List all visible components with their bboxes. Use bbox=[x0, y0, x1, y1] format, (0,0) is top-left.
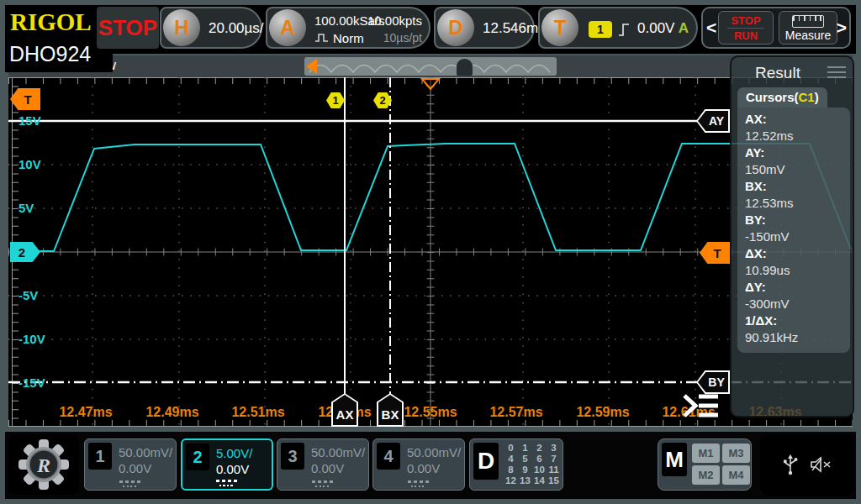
trigger-settings-button[interactable]: T 1 0.00V A bbox=[538, 7, 698, 49]
coupling-icon bbox=[119, 480, 141, 483]
digital-ch: 14 bbox=[534, 475, 545, 486]
prev-arrow-button[interactable]: < bbox=[706, 8, 716, 47]
cursors-tab[interactable]: Cursors(C1) bbox=[737, 87, 827, 108]
acquire-knob[interactable]: A bbox=[269, 9, 306, 46]
math3-button[interactable]: M3 bbox=[722, 444, 750, 463]
measure-button[interactable]: Measure bbox=[779, 11, 837, 45]
ruler-icon bbox=[792, 15, 824, 28]
acquisition-status: STOP bbox=[97, 7, 159, 49]
coupling-dots-icon bbox=[315, 486, 330, 487]
y-label: 15V bbox=[18, 113, 69, 128]
waveform-navigator[interactable] bbox=[304, 57, 557, 76]
run-label: RUN bbox=[719, 29, 773, 43]
trigger-sweep-mode: A bbox=[679, 20, 689, 37]
result-label: BX: bbox=[745, 178, 850, 195]
memory-depth: 10.00kpts bbox=[367, 13, 422, 28]
rigol-logo: RIGOL bbox=[10, 8, 92, 36]
result-label: ΔY: bbox=[745, 279, 850, 296]
result-label: BY: bbox=[745, 212, 850, 228]
acquire-mode: Norm bbox=[333, 31, 364, 45]
rising-edge-icon bbox=[617, 20, 631, 39]
digital-ch: 15 bbox=[548, 475, 559, 486]
navigator-sine-pattern bbox=[304, 57, 557, 76]
math2-button[interactable]: M2 bbox=[692, 465, 720, 485]
result-item: BY: -150mV bbox=[745, 212, 850, 245]
digital-ch: 3 bbox=[551, 443, 556, 454]
coupling-icon bbox=[312, 480, 334, 483]
coupling-dots-icon bbox=[123, 486, 138, 487]
cursors-tab-suffix: ) bbox=[815, 90, 819, 104]
delay-value: 12.546ms bbox=[483, 20, 546, 37]
channel4-offset: 0.00V bbox=[407, 461, 440, 475]
channel2-offset: 0.00V bbox=[216, 462, 249, 476]
result-panel: Result Cursors(C1) AX: 12.52ms AY: 150mV… bbox=[730, 55, 854, 417]
channel2-box[interactable]: 2 5.00V/ 0.00V bbox=[181, 438, 273, 491]
time-per-point: 10µs/pt bbox=[383, 31, 422, 45]
stop-run-button[interactable]: STOP RUN bbox=[718, 11, 774, 45]
channel1-box[interactable]: 1 50.00mV/ 0.00V bbox=[84, 438, 177, 491]
digital-ch: 5 bbox=[522, 454, 527, 465]
trigger-level: 0.00V bbox=[637, 20, 674, 37]
bottom-bar: R 1 50.00mV/ 0.00V 2 5.00V/ 0.00V 3 50.0… bbox=[5, 432, 856, 499]
cursor-results-card: AX: 12.52ms AY: 150mV BX: 12.53ms BY: -1… bbox=[737, 108, 850, 353]
svg-text:R: R bbox=[36, 454, 50, 476]
digital-ch: 1 bbox=[522, 443, 527, 454]
math-box[interactable]: M M1 M3 M2 M4 bbox=[658, 438, 752, 491]
coupling-dots-icon bbox=[411, 486, 426, 487]
digital-ch: 6 bbox=[536, 454, 541, 465]
measure-label: Measure bbox=[779, 29, 837, 42]
y-label: -15V bbox=[18, 375, 69, 390]
channel2-trace bbox=[18, 144, 851, 251]
coupling-dots-icon bbox=[219, 485, 235, 486]
expand-menu-icon[interactable] bbox=[681, 391, 720, 420]
horizontal-settings-button[interactable]: H 20.00µs/ bbox=[160, 7, 262, 49]
channel3-scale: 50.00mV/ bbox=[311, 445, 365, 459]
channel3-box[interactable]: 3 50.00mV/ 0.00V bbox=[277, 438, 369, 491]
gear-logo-icon: R bbox=[17, 438, 71, 491]
navigator-position-marker[interactable] bbox=[457, 59, 473, 76]
x-label: 12.51ms bbox=[224, 405, 292, 420]
channel3-number: 3 bbox=[281, 443, 304, 470]
speaker-muted-icon bbox=[810, 455, 832, 474]
y-label: 5V bbox=[18, 201, 69, 215]
channel3-offset: 0.00V bbox=[311, 461, 344, 475]
result-label: AX: bbox=[745, 111, 850, 128]
math4-button[interactable]: M4 bbox=[722, 465, 750, 485]
quick-menu-group: < STOP RUN Measure > bbox=[701, 7, 851, 49]
result-value: -300mV bbox=[745, 296, 850, 312]
waveform-display: 15V 10V 5V -5V -10V -15V 12.47ms 12.49ms… bbox=[8, 77, 853, 427]
y-label: -10V bbox=[18, 332, 69, 346]
status-box bbox=[760, 433, 854, 496]
math-label: M bbox=[662, 443, 687, 476]
channel1-scale: 50.00mV/ bbox=[119, 445, 172, 459]
result-value: 90.91kHz bbox=[745, 329, 850, 346]
result-item: BX: 12.53ms bbox=[745, 178, 850, 212]
result-label: AY: bbox=[745, 144, 850, 161]
digital-ch: 10 bbox=[534, 465, 545, 475]
horizontal-knob[interactable]: H bbox=[163, 9, 200, 46]
oscilloscope-screen: RIGOL DHO924 STOP H 20.00µs/ A 100.00kSa… bbox=[0, 0, 861, 504]
coupling-icon bbox=[216, 480, 238, 482]
delay-knob[interactable]: D bbox=[437, 9, 474, 46]
x-label: 12.59ms bbox=[569, 405, 637, 420]
digital-ch: 9 bbox=[522, 465, 527, 475]
result-value: 12.53ms bbox=[745, 195, 850, 212]
math1-button[interactable]: M1 bbox=[692, 444, 720, 463]
acquire-settings-button[interactable]: A 100.00kSa/s Norm 10.00kpts 10µs/pt bbox=[266, 7, 430, 49]
result-value: 150mV bbox=[745, 161, 850, 178]
channel4-box[interactable]: 4 50.00mV/ 0.00V bbox=[372, 438, 465, 491]
result-label: ΔX: bbox=[745, 245, 850, 262]
rigol-menu-button[interactable]: R bbox=[8, 434, 79, 495]
digital-ch: 12 bbox=[505, 475, 516, 486]
x-label: 12.49ms bbox=[139, 405, 206, 420]
trigger-position-icon[interactable] bbox=[422, 79, 439, 89]
channel2-scale: 5.00V/ bbox=[216, 446, 252, 460]
digital-channels-box[interactable]: D 0 1 2 3 4 5 6 7 8 9 10 11 12 13 14 15 bbox=[469, 438, 563, 491]
result-value: -150mV bbox=[745, 228, 850, 245]
trigger-knob[interactable]: T bbox=[541, 9, 578, 46]
digital-label: D bbox=[473, 443, 499, 480]
next-arrow-button[interactable]: > bbox=[837, 8, 847, 47]
delay-settings-button[interactable]: D 12.546ms bbox=[434, 7, 535, 49]
result-menu-icon[interactable] bbox=[827, 66, 846, 81]
channel1-number: 1 bbox=[88, 443, 112, 470]
